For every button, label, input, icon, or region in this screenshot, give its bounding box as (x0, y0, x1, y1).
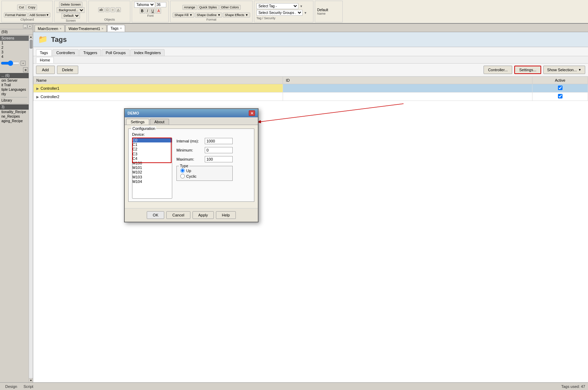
tab-watertreatment[interactable]: WaterTreatement1 × (65, 25, 107, 32)
panel-title: (59) (0, 29, 33, 35)
tab-mainscreen-close[interactable]: × (60, 27, 61, 30)
screen-label: Screen (66, 19, 76, 22)
sidebar-slider[interactable] (1, 60, 20, 66)
scrollbar-thumb[interactable] (30, 40, 32, 49)
home-tab[interactable]: Home (36, 57, 54, 63)
sidebar-item-multiple-languages[interactable]: tiple Languages (0, 87, 29, 92)
sidebar-item-functionality-recipe[interactable]: tionality_Recipe (0, 110, 29, 114)
sidebar-item-ne-recipes[interactable]: ne_Recipes (0, 114, 29, 119)
apply-button[interactable]: Apply (193, 211, 214, 219)
sidebar-content: Screens 1 2 3 4 + ⊕ ... (6) om Server (0, 35, 29, 382)
sidebar-item-3[interactable]: 3 (0, 50, 29, 54)
cancel-button[interactable]: Cancel (166, 211, 190, 219)
sidebar-item-om-server[interactable]: om Server (0, 78, 29, 83)
italic-btn[interactable]: I (146, 8, 150, 14)
name-value: Default (317, 8, 340, 12)
add-screen-button[interactable]: Add Screen▼ (28, 13, 51, 17)
table-row-controller2[interactable]: ▶Controller2 (34, 93, 588, 101)
select-security-dropdown[interactable]: Select Security Groups . (256, 10, 303, 16)
controller-button[interactable]: Controller... (484, 66, 512, 74)
ribbon-group-clipboard: Cut Copy Format Painter Add Screen▼ Clip… (1, 1, 53, 22)
dialog-tab-about[interactable]: About (150, 119, 169, 125)
type-cyclic-radio[interactable] (180, 174, 185, 178)
shape-fill-btn[interactable]: Shape Fill ▼ (173, 13, 194, 17)
quick-styles-btn[interactable]: Quick Styles (198, 5, 219, 10)
sub-tab-controllers[interactable]: Controllers (52, 49, 79, 56)
design-tab-btn[interactable]: Design (3, 384, 20, 389)
rect-btn[interactable]: □ (105, 7, 110, 12)
sub-tab-triggers[interactable]: Triggers (79, 49, 101, 56)
status-bar: Design Script Tags used: 47 (0, 382, 588, 390)
script-tab-btn[interactable]: Script (21, 384, 36, 389)
type-up-radio[interactable] (180, 168, 185, 173)
controller1-active-checkbox[interactable] (558, 86, 562, 90)
show-selection-button[interactable]: Show Selection... ▼ (543, 66, 585, 74)
table-row-controller1[interactable]: ▶Controller1 (34, 84, 588, 93)
sidebar-item-it-trail[interactable]: it Trail (0, 83, 29, 87)
col-active: Active (532, 77, 588, 84)
tab-watertreatment-close[interactable]: × (102, 27, 103, 30)
delete-button[interactable]: Delete (57, 66, 79, 74)
sidebar-item-1[interactable]: 1 (0, 41, 29, 45)
font-color-btn[interactable]: A (156, 8, 161, 14)
bold-btn[interactable]: B (140, 8, 145, 14)
ok-button[interactable]: OK (147, 211, 164, 219)
sidebar-item-aging-recipe[interactable]: aging_Recipe (0, 119, 29, 123)
tab-bar: MainScreen × WaterTreatement1 × Tags × (33, 24, 588, 32)
other-colors-btn[interactable]: Other Colors (219, 5, 241, 10)
sidebar-item-4[interactable]: 4 (0, 54, 29, 59)
dialog-close-button[interactable]: ✕ (249, 110, 255, 116)
shape-outline-btn[interactable]: Shape Outline ▼ (195, 13, 222, 17)
interval-input[interactable] (205, 138, 233, 144)
sidebar-slider-area: + (0, 59, 29, 67)
window-close-btn[interactable]: × (28, 24, 32, 28)
demo-dialog: DEMO ✕ Settings About Configuration Devi… (124, 108, 259, 222)
dialog-content: Configuration Device: C0 C1 C2 C3 (125, 125, 258, 208)
cut-button[interactable]: Cut (17, 5, 26, 10)
tab-tags[interactable]: Tags × (107, 25, 125, 32)
sidebar-item-library[interactable]: Library (0, 98, 29, 103)
device-list[interactable]: C0 C1 C2 C3 C4 M100 M101 M102 M103 M104 (132, 138, 172, 199)
sub-tab-index-registers[interactable]: Index Registers (130, 49, 165, 56)
select-tag-dropdown[interactable]: Select Tag - (256, 3, 298, 9)
ribbon-group-format: Arrange Quick Styles Other Colors Shape … (170, 1, 252, 22)
arrange-btn[interactable]: Arrange (182, 5, 197, 10)
minimum-input[interactable] (205, 147, 233, 153)
background-dropdown[interactable]: Background... (57, 7, 85, 13)
font-size-input[interactable] (156, 2, 166, 7)
sub-tab-tags[interactable]: Tags (36, 49, 52, 56)
text-btn[interactable]: ab (98, 7, 104, 12)
add-button[interactable]: Add (36, 66, 55, 74)
format-painter-button[interactable]: Format Painter (4, 13, 28, 17)
page-folder-icon: 📁 (38, 35, 48, 44)
copy-button[interactable]: Copy (26, 5, 37, 10)
circle-btn[interactable]: ○ (110, 7, 115, 12)
maximum-input[interactable] (205, 156, 233, 162)
scrollbar-up-btn[interactable]: ▲ (29, 35, 33, 39)
sub-tab-poll-groups[interactable]: Poll Groups (102, 49, 129, 56)
sidebar-scrollbar[interactable]: ▲ ▼ (29, 35, 33, 382)
row2-expander-icon[interactable]: ▶ (36, 95, 39, 99)
sidebar-expand-btn[interactable]: + (21, 61, 26, 66)
underline-btn[interactable]: U (150, 8, 155, 14)
font-name-select[interactable]: Tahoma (134, 2, 155, 8)
delete-screen-button[interactable]: Delete Screen (59, 2, 82, 7)
ribbon-group-name: Default Name (315, 1, 343, 22)
sidebar-item-2[interactable]: 2 (0, 45, 29, 50)
tab-tags-close[interactable]: × (120, 27, 122, 30)
triangle-btn[interactable]: △ (116, 7, 121, 12)
screen-default-dropdown[interactable]: Default (61, 13, 80, 19)
row-expander-icon[interactable]: ▶ (36, 87, 39, 90)
help-button[interactable]: Help (216, 211, 236, 219)
sidebar-zoom-btn[interactable]: ⊕ (23, 67, 28, 72)
window-pin-btn[interactable]: _ (23, 24, 27, 28)
settings-button[interactable]: Settings... (514, 66, 541, 74)
shape-effects-btn[interactable]: Shape Effects ▼ (223, 13, 250, 17)
controller2-active-checkbox[interactable] (558, 94, 562, 98)
dialog-tab-settings[interactable]: Settings (126, 119, 149, 125)
tab-mainscreen[interactable]: MainScreen × (35, 25, 65, 32)
dialog-footer: OK Cancel Apply Help (125, 208, 258, 222)
sidebar: _ × (59) Screens 1 2 3 4 + (0, 24, 33, 382)
sidebar-item-rity[interactable]: rity (0, 92, 29, 96)
scrollbar-down-btn[interactable]: ▼ (29, 378, 33, 382)
